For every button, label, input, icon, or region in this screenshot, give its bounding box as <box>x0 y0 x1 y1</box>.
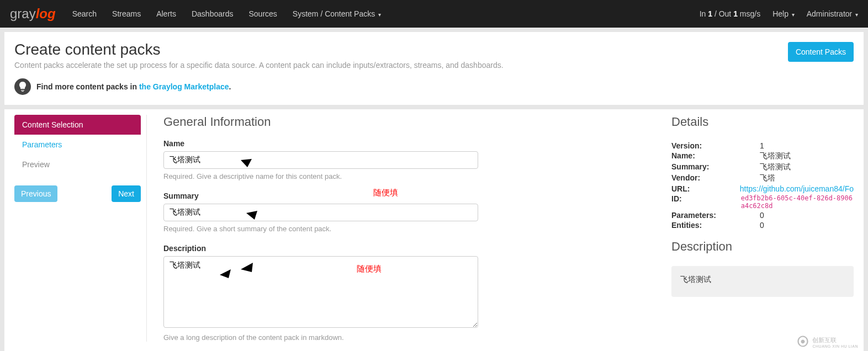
section-title: General Information <box>163 115 649 129</box>
wizard-sidebar: Content Selection Parameters Preview Pre… <box>14 115 147 342</box>
watermark: ⦿ 创新互联 CHUANG XIN HU LIAN <box>797 335 858 349</box>
info-prefix: Find more content packs in <box>36 82 137 91</box>
next-button[interactable]: Next <box>112 185 141 202</box>
watermark-icon: ⦿ <box>797 335 809 349</box>
nav-alerts[interactable]: Alerts <box>156 9 176 18</box>
caret-down-icon: ▾ <box>790 12 795 18</box>
nav-help[interactable]: Help ▾ <box>772 9 795 18</box>
watermark-brand: 创新互联 <box>812 336 858 344</box>
lightbulb-icon <box>14 78 31 95</box>
wizard-step-preview[interactable]: Preview <box>14 155 141 174</box>
svg-line-2 <box>246 213 362 225</box>
arrow-icon <box>213 258 257 280</box>
details-panel: Details Version:1 Name:飞塔测试 Summary:飞塔测试… <box>666 115 854 342</box>
nav-streams[interactable]: Streams <box>112 9 141 18</box>
description-help: Give a long description of the content p… <box>163 333 649 342</box>
details-row-name: Name:飞塔测试 <box>671 151 854 161</box>
throughput-status: In 1 / Out 1 msg/s <box>700 9 761 18</box>
nav-search[interactable]: Search <box>72 9 97 18</box>
nav-admin[interactable]: Administrator ▾ <box>807 9 858 18</box>
marketplace-link[interactable]: the Graylog Marketplace <box>139 82 229 91</box>
details-row-version: Version:1 <box>671 141 854 150</box>
nav-dashboards[interactable]: Dashboards <box>192 9 234 18</box>
form-area: General Information Name Required. Give … <box>147 115 666 342</box>
details-title: Details <box>671 115 854 129</box>
page-header: Create content packs Content packs accel… <box>4 32 864 105</box>
svg-marker-1 <box>241 159 252 167</box>
caret-down-icon: ▾ <box>854 12 858 18</box>
details-row-id: ID:ed3fb2b6-605c-40ef-826d-8906a4c62c8d <box>671 194 854 210</box>
svg-marker-3 <box>246 211 257 220</box>
marketplace-info: Find more content packs in the Graylog M… <box>14 78 854 95</box>
nav-items: Search Streams Alerts Dashboards Sources… <box>72 9 381 18</box>
wizard-step-content-selection[interactable]: Content Selection <box>14 115 141 135</box>
arrow-icon <box>224 153 384 203</box>
nav-sources[interactable]: Sources <box>248 9 277 18</box>
logo: graylog <box>10 6 56 22</box>
details-row-parameters: Parameters:0 <box>671 211 854 220</box>
wizard-step-parameters[interactable]: Parameters <box>14 135 141 155</box>
svg-marker-7 <box>220 269 231 278</box>
details-row-summary: Summary:飞塔测试 <box>671 162 854 172</box>
nav-right: In 1 / Out 1 msg/s Help ▾ Administrator … <box>700 9 858 18</box>
info-period: . <box>229 82 231 91</box>
main-panel: Content Selection Parameters Preview Pre… <box>4 109 864 351</box>
page-subtitle: Content packs accelerate the set up proc… <box>14 61 854 70</box>
content-packs-button[interactable]: Content Packs <box>788 42 854 62</box>
top-navbar: graylog Search Streams Alerts Dashboards… <box>0 0 868 28</box>
description-title: Description <box>671 240 854 254</box>
name-label: Name <box>163 139 649 148</box>
watermark-sub: CHUANG XIN HU LIAN <box>812 344 858 348</box>
description-box: 飞塔测试 <box>671 266 854 297</box>
page-title: Create content packs <box>14 41 854 59</box>
svg-line-0 <box>241 160 373 192</box>
details-row-entities: Entities:0 <box>671 221 854 230</box>
details-row-vendor: Vendor:飞塔 <box>671 173 854 183</box>
details-row-url: URL:https://github.com/juiceman84/Fo <box>671 184 854 193</box>
nav-system[interactable]: System / Content Packs ▾ <box>293 9 381 18</box>
caret-down-icon: ▾ <box>377 12 381 18</box>
previous-button[interactable]: Previous <box>14 185 57 202</box>
svg-line-4 <box>241 231 368 269</box>
